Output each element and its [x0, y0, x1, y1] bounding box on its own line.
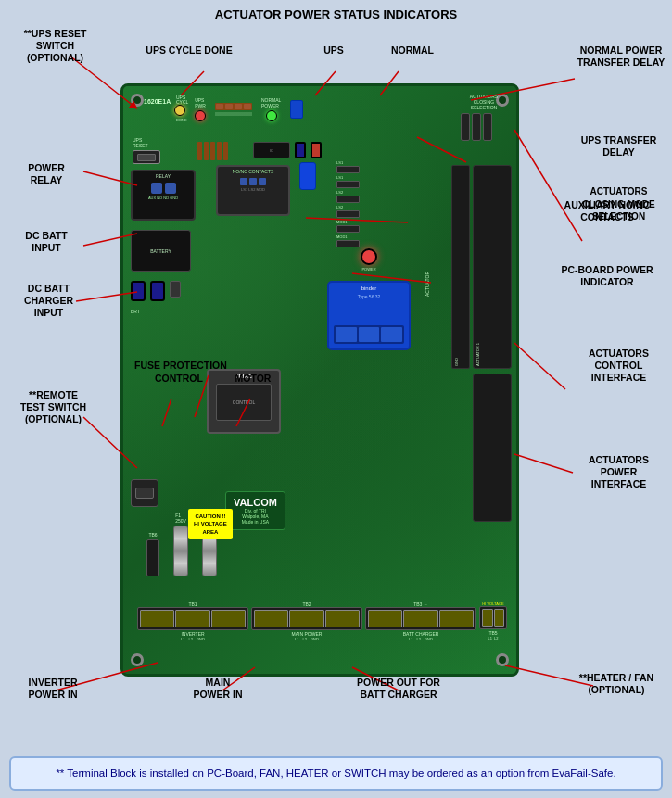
actuator2-interface: [473, 374, 512, 522]
normal-indicator: NORMALPOWER: [261, 97, 281, 121]
mid-components: [215, 103, 252, 116]
heater-fan-label: **HEATER / FAN (OPTIONAL): [561, 672, 672, 696]
brt-label: BRT: [131, 309, 140, 314]
normal-power-connector: [290, 100, 303, 119]
pc-board-label: PC-BOARD POWER INDICATOR: [542, 264, 672, 288]
cap1: [131, 281, 146, 301]
main-power-label: MAIN POWER IN: [171, 677, 264, 701]
remote-test-switch[interactable]: [131, 479, 158, 507]
actuators-closing-label: ACTUATORS CLOSING MODE SELECTION: [565, 185, 672, 223]
ground-terminal: GND: [451, 165, 470, 369]
svg-line-15: [514, 343, 565, 389]
dc-batt-label: DC BATT INPUT: [0, 230, 93, 254]
capacitor-row: [131, 281, 181, 301]
ups-delay-connector: [299, 162, 316, 190]
bottom-tb-area: TB1 INVERTER L1L2GND TB2: [137, 602, 507, 641]
remote-test-label: **REMOTE TEST SWITCH (OPTIONAL): [0, 389, 107, 425]
power-out-batt-label: POWER OUT FOR BATT CHARGER: [334, 677, 463, 701]
tb2-main: TB2 MAIN POWER L1L2GND: [251, 602, 362, 641]
indicator-row: UPSCYCL DONE UPSPWR: [174, 95, 303, 122]
normal-led: [266, 110, 277, 121]
mount-hole-br: [496, 653, 509, 666]
aux-relay: NO/NC CONTACTS LS1 LS2 MOD: [216, 165, 290, 216]
binder-relay-area: binder Type 56.32: [327, 281, 420, 355]
svg-line-17: [514, 454, 573, 473]
actuator-interface: ACTUATOR 1: [473, 165, 512, 369]
board-id: 1620E1A: [144, 98, 171, 105]
power-relay: RELAY AUX NO ND GND: [131, 170, 196, 221]
fuse-protection-label: FUSE PROTECTION: [120, 360, 241, 372]
actuators-control-label: ACTUATORS CONTROL INTERFACE: [565, 348, 672, 384]
mid-cap: [295, 142, 306, 158]
battery-area: BATTERY: [131, 230, 191, 272]
dc-batt-charger-label: DC BATT CHARGER INPUT: [0, 283, 97, 319]
tb1-inverter: TB1 INVERTER L1L2GND: [137, 602, 248, 641]
main-container: 1620E1A UPSCYCL DONE UPSPWR: [0, 0, 672, 798]
bottom-note: ** Terminal Block is installed on PC-Boa…: [9, 756, 663, 791]
control-fuse-label: CONTROL: [142, 373, 216, 385]
ic-chip: IC: [253, 142, 290, 158]
ups-transfer-label: UPS TRANSFER DELAY: [565, 134, 672, 158]
caution-label: CAUTION !!HI VOLTAGEAREA: [188, 509, 233, 539]
motor-fuse-label: MOTOR: [221, 373, 285, 385]
normal-label: NORMAL: [380, 44, 445, 57]
mid-cap2: [311, 142, 322, 158]
ups-label: UPS: [306, 44, 361, 57]
main-relay-area: IC NO/NC CONTACTS LS1 LS2 MOD: [197, 142, 364, 272]
tb3-batt: TB3 ← BATT CHARGER L1L2GND: [365, 602, 476, 641]
valcom-logo: VALCOM Div. of TRI Walpole, MA Made in U…: [225, 491, 285, 530]
ups-cycle-label: UPS CYCLE DONE: [129, 44, 249, 57]
closing-mode-area: ACTUATORSCLOSINGSELECTION: [461, 94, 507, 141]
ups-indicator: UPSPWR: [195, 97, 206, 121]
power-relay-label: POWER RELAY: [0, 162, 93, 186]
top-center-title: ACTUATOR POWER STATUS INDICATORS: [215, 7, 457, 21]
cap2: [150, 281, 165, 301]
actuators-power-label: ACTUATORS POWER INTERFACE: [565, 454, 672, 490]
ups-reset-area: UPSRESET: [133, 137, 170, 164]
tb6-area: TB6: [146, 532, 159, 576]
ups-led: [195, 110, 206, 121]
ups-cycle-led: [174, 105, 185, 116]
mount-hole-bl: [131, 653, 144, 666]
pc-power-led: [361, 248, 377, 265]
f1-fuse: F1250V: [173, 513, 188, 576]
inverter-power-label: INVERTER POWER IN: [2, 677, 104, 701]
hi-voltage-area: HI VOLTAGE TB5 L1L2: [479, 602, 507, 641]
pc-board-indicator: POWER: [346, 248, 392, 276]
ups-cycle-indicator: UPSCYCL DONE: [174, 95, 185, 122]
ups-reset-label: **UPS RESET SWITCH (OPTIONAL): [2, 28, 108, 64]
mount-hole-tl: [131, 94, 144, 107]
cap3: [170, 281, 181, 298]
ls-terminals: LS1 LS1 LS2 LS2 MOD1 MOD1: [336, 160, 364, 247]
actuator4-label: ACTUATOR: [425, 272, 430, 297]
resistor-array: [197, 142, 228, 160]
normal-power-label: NORMAL POWER TRANSFER DELAY: [570, 44, 672, 69]
